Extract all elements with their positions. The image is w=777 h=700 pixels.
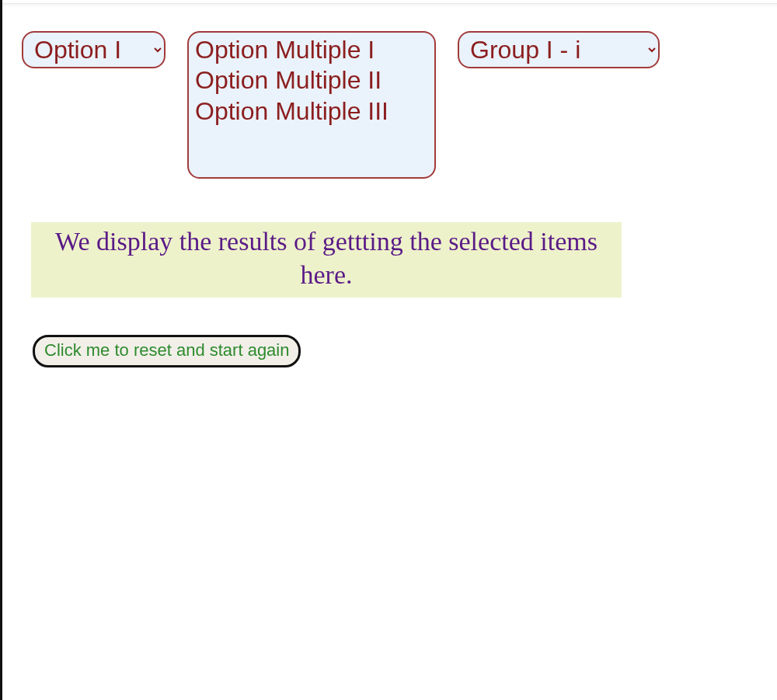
grouped-select[interactable]: Group I - i — [458, 31, 660, 68]
page-stage: Option I Option Multiple I Option Multip… — [0, 8, 777, 700]
multiple-select-option[interactable]: Option Multiple III — [193, 97, 430, 127]
multiple-select-option[interactable]: Option Multiple II — [193, 66, 430, 96]
single-select[interactable]: Option I — [22, 31, 166, 68]
multiple-select[interactable]: Option Multiple I Option Multiple II Opt… — [187, 31, 436, 179]
top-separator — [0, 3, 777, 7]
selects-row: Option I Option Multiple I Option Multip… — [22, 31, 777, 179]
reset-button[interactable]: Click me to reset and start again — [33, 335, 301, 367]
result-box: We display the results of gettting the s… — [31, 222, 622, 298]
result-text: We display the results of gettting the s… — [37, 225, 615, 291]
multiple-select-option[interactable]: Option Multiple I — [193, 36, 430, 66]
